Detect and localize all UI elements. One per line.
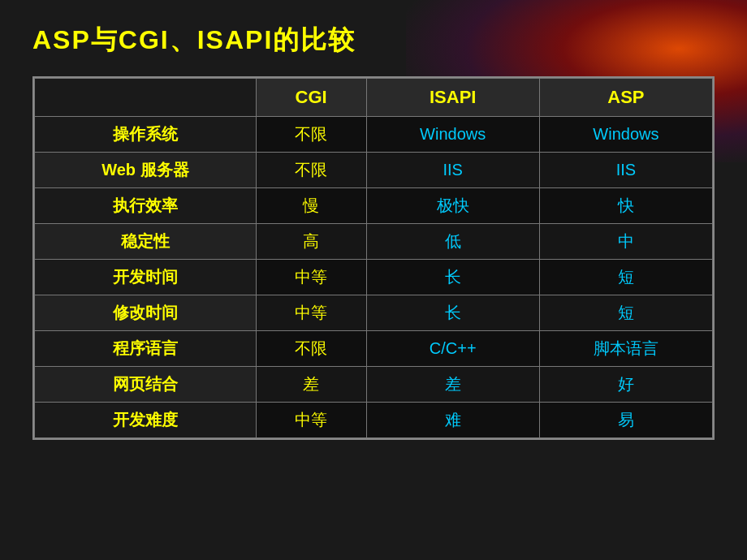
row-label: 程序语言 — [35, 331, 257, 367]
row-label: 执行效率 — [35, 188, 257, 224]
table-header-row: CGI ISAPI ASP — [35, 79, 713, 117]
row-label: 修改时间 — [35, 295, 257, 331]
header-cgi: CGI — [256, 79, 366, 117]
cgi-value: 中等 — [256, 260, 366, 295]
isapi-value: 差 — [366, 367, 539, 403]
table-row: 开发时间中等长短 — [35, 260, 713, 295]
cgi-value: 不限 — [256, 331, 366, 367]
isapi-value: 极快 — [366, 188, 539, 224]
page-title: ASP与CGI、ISAPI的比较 — [32, 23, 715, 58]
slide-content: ASP与CGI、ISAPI的比较 CGI ISAPI ASP 操作系统不限Win… — [0, 0, 747, 560]
asp-value: 好 — [539, 367, 712, 403]
cgi-value: 高 — [256, 224, 366, 260]
isapi-value: 长 — [366, 295, 539, 331]
cgi-value: 中等 — [256, 403, 366, 438]
isapi-value: Windows — [366, 117, 539, 153]
table-row: 开发难度中等难易 — [35, 403, 713, 438]
row-label: 操作系统 — [35, 117, 257, 153]
table-row: 稳定性高低中 — [35, 224, 713, 260]
isapi-value: C/C++ — [366, 331, 539, 367]
header-isapi: ISAPI — [366, 79, 539, 117]
table-row: 执行效率慢极快快 — [35, 188, 713, 224]
asp-value: Windows — [539, 117, 712, 153]
cgi-value: 不限 — [256, 153, 366, 188]
asp-value: 易 — [539, 403, 712, 438]
header-empty — [35, 79, 257, 117]
comparison-table-wrapper: CGI ISAPI ASP 操作系统不限WindowsWindowsWeb 服务… — [32, 76, 715, 440]
table-row: 网页结合差差好 — [35, 367, 713, 403]
row-label: 开发时间 — [35, 260, 257, 295]
header-asp: ASP — [539, 79, 712, 117]
isapi-value: 长 — [366, 260, 539, 295]
asp-value: 快 — [539, 188, 712, 224]
asp-value: 短 — [539, 295, 712, 331]
cgi-value: 差 — [256, 367, 366, 403]
asp-value: IIS — [539, 153, 712, 188]
asp-value: 脚本语言 — [539, 331, 712, 367]
table-row: 修改时间中等长短 — [35, 295, 713, 331]
cgi-value: 中等 — [256, 295, 366, 331]
comparison-table: CGI ISAPI ASP 操作系统不限WindowsWindowsWeb 服务… — [34, 78, 713, 438]
table-row: Web 服务器不限IISIIS — [35, 153, 713, 188]
isapi-value: 低 — [366, 224, 539, 260]
isapi-value: 难 — [366, 403, 539, 438]
row-label: 稳定性 — [35, 224, 257, 260]
cgi-value: 慢 — [256, 188, 366, 224]
asp-value: 中 — [539, 224, 712, 260]
table-row: 操作系统不限WindowsWindows — [35, 117, 713, 153]
isapi-value: IIS — [366, 153, 539, 188]
row-label: 开发难度 — [35, 403, 257, 438]
row-label: 网页结合 — [35, 367, 257, 403]
table-row: 程序语言不限C/C++脚本语言 — [35, 331, 713, 367]
row-label: Web 服务器 — [35, 153, 257, 188]
asp-value: 短 — [539, 260, 712, 295]
cgi-value: 不限 — [256, 117, 366, 153]
